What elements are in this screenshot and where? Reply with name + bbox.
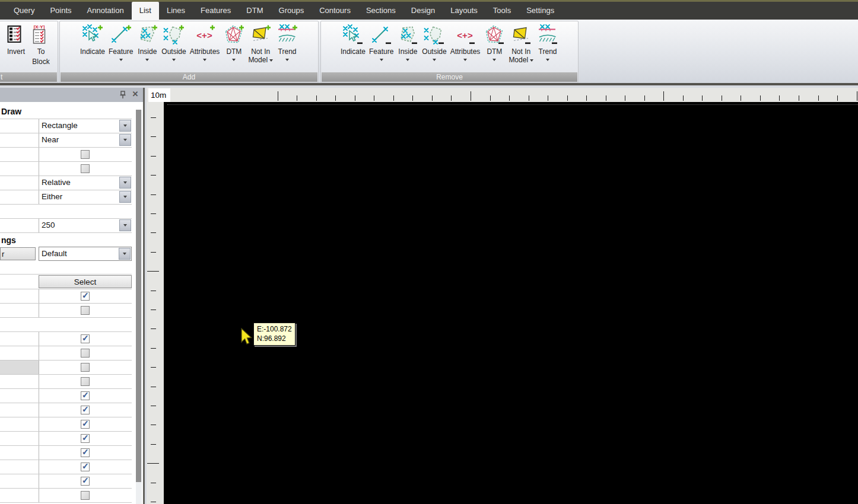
- panel-spacer: [0, 261, 132, 274]
- menu-tab-contours[interactable]: Contours: [312, 2, 358, 20]
- default-setting-row: r Default: [0, 247, 132, 261]
- ruler-tick: [151, 444, 156, 445]
- panel-scrollbar[interactable]: [136, 110, 142, 504]
- dropdown-button[interactable]: [119, 191, 131, 203]
- dropdown-button[interactable]: [119, 219, 131, 231]
- ribbon-add-feature-button[interactable]: Feature: [107, 22, 135, 64]
- ribbon-remove-attributes-button[interactable]: <+>Attributes: [449, 22, 482, 64]
- ribbon-add-outside-button[interactable]: Outside: [160, 22, 188, 64]
- ribbon-remove-feature-button[interactable]: Feature: [367, 22, 395, 64]
- row-value-cell: [39, 389, 132, 403]
- checkbox-checked[interactable]: [81, 420, 90, 429]
- menu-tab-layouts[interactable]: Layouts: [443, 2, 485, 20]
- checkbox-checked[interactable]: [81, 434, 90, 443]
- table-row-dropdown: 250: [0, 219, 132, 233]
- ruler-tick: [644, 95, 645, 101]
- row-value-cell: [39, 432, 132, 445]
- menu-tab-points[interactable]: Points: [42, 2, 79, 20]
- checkbox-checked[interactable]: [81, 334, 90, 343]
- ribbon-button-label: DTM: [487, 47, 502, 56]
- menu-tab-design[interactable]: Design: [403, 2, 443, 20]
- horizontal-ruler: 10m: [147, 88, 858, 102]
- ruler-tick: [151, 213, 156, 214]
- menu-tab-tools[interactable]: Tools: [485, 2, 519, 20]
- ribbon-add-indicate-button[interactable]: Indicate: [78, 22, 107, 64]
- row-label-cell: [0, 432, 39, 445]
- checkbox-checked[interactable]: [81, 406, 90, 414]
- menu-tab-query[interactable]: Query: [6, 2, 42, 20]
- drawing-canvas[interactable]: E:-100.872 N:96.892: [164, 102, 858, 504]
- clipped-button-fragment[interactable]: r: [0, 247, 36, 260]
- checkbox-checked[interactable]: [81, 462, 90, 471]
- row-value-cell: 250: [39, 219, 132, 232]
- default-dropdown-field[interactable]: Default: [39, 247, 132, 261]
- menu-tab-list[interactable]: List: [132, 2, 159, 20]
- checkbox-unchecked[interactable]: [81, 306, 90, 315]
- chevron-down-icon: [123, 181, 127, 184]
- chevron-down-icon: [406, 59, 409, 61]
- dropdown-value: 250: [42, 221, 55, 229]
- ribbon-group-left-partial: Invert[X·Y]ToBlock t: [0, 21, 58, 83]
- row-label-cell: [0, 361, 39, 374]
- outside-icon: [424, 24, 445, 46]
- dropdown-button[interactable]: [119, 120, 131, 132]
- dropdown-button[interactable]: [119, 177, 131, 189]
- checkbox-unchecked[interactable]: [81, 349, 90, 358]
- menu-tab-annotation[interactable]: Annotation: [80, 2, 132, 20]
- dropdown-button[interactable]: [119, 248, 131, 260]
- ribbon-toblock-button[interactable]: [X·Y]ToBlock: [28, 22, 53, 66]
- ribbon-add-trend-button[interactable]: Trend: [275, 22, 300, 64]
- menu-tab-settings[interactable]: Settings: [519, 2, 562, 20]
- ribbon-remove-outside-button[interactable]: Outside: [420, 22, 448, 64]
- ribbon-remove-indicate-button[interactable]: Indicate: [339, 22, 367, 64]
- ribbon-invert-button[interactable]: Invert: [4, 22, 28, 66]
- dropdown-value: Relative: [42, 178, 71, 187]
- menu-tab-dtm[interactable]: DTM: [239, 2, 271, 20]
- checkbox-checked[interactable]: [81, 477, 90, 486]
- checkbox-unchecked[interactable]: [81, 363, 90, 372]
- close-icon[interactable]: ✕: [131, 90, 139, 99]
- menu-tab-groups[interactable]: Groups: [271, 2, 312, 20]
- select-button[interactable]: Select: [39, 275, 132, 288]
- ribbon-button-label: Inside: [138, 47, 157, 56]
- row-label-cell: [0, 417, 39, 431]
- ribbon-remove-notinmodel-button[interactable]: Not InModel: [507, 22, 535, 64]
- checkbox-unchecked[interactable]: [81, 164, 90, 173]
- menu-tab-sections[interactable]: Sections: [358, 2, 403, 20]
- row-label-cell: [0, 304, 39, 317]
- ribbon-remove-dtm-button[interactable]: DTM: [482, 22, 507, 64]
- ribbon-button-label: Model: [248, 56, 268, 64]
- checkbox-unchecked[interactable]: [81, 491, 90, 500]
- checkbox-unchecked[interactable]: [81, 377, 90, 386]
- row-value-cell: [39, 346, 132, 360]
- ribbon-remove-trend-button[interactable]: Trend: [535, 22, 560, 64]
- ribbon-add-inside-button[interactable]: Inside: [135, 22, 160, 64]
- checkbox-checked[interactable]: [81, 292, 90, 301]
- svg-text:<+>: <+>: [457, 30, 473, 40]
- checkbox-unchecked[interactable]: [81, 150, 90, 159]
- checkbox-checked[interactable]: [81, 391, 90, 400]
- dropdown-button[interactable]: [119, 134, 131, 146]
- checkbox-checked[interactable]: [81, 448, 90, 457]
- ruler-tick: [702, 95, 703, 101]
- menu-tab-features[interactable]: Features: [193, 2, 239, 20]
- pin-icon[interactable]: [119, 91, 126, 99]
- table-row-checkbox: [0, 389, 132, 403]
- ribbon-remove-inside-button[interactable]: Inside: [395, 22, 420, 64]
- scrollbar-thumb[interactable]: [136, 110, 141, 482]
- panel-header[interactable]: ✕: [0, 88, 143, 102]
- ruler-tick: [857, 91, 857, 101]
- ruler-tick: [741, 95, 741, 101]
- ruler-tick: [799, 95, 799, 101]
- ruler-tick: [335, 95, 336, 101]
- ribbon-add-dtm-button[interactable]: DTM: [221, 22, 246, 64]
- ribbon-add-attributes-button[interactable]: <+>Attributes: [188, 22, 222, 64]
- outside-icon: [163, 24, 185, 46]
- ribbon-add-notinmodel-button[interactable]: Not InModel: [246, 22, 275, 64]
- table-row-checkbox: [0, 417, 132, 432]
- ruler-tick: [490, 95, 491, 101]
- application-window: QueryPointsAnnotationListLinesFeaturesDT…: [0, 0, 858, 504]
- row-label-cell: [0, 162, 39, 176]
- menu-tab-lines[interactable]: Lines: [159, 2, 193, 20]
- chevron-down-icon: [123, 125, 127, 127]
